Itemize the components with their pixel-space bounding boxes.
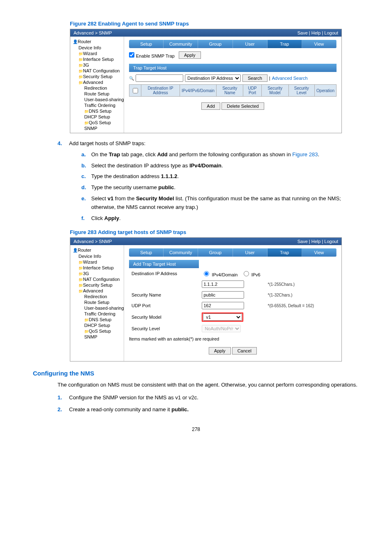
tab-user[interactable]: User — [233, 248, 267, 257]
add-button[interactable]: Add — [201, 102, 220, 110]
sidebar-sub-traffic[interactable]: Traffic Ordering — [70, 311, 124, 317]
tab-row: Setup Community Group User Trap View — [129, 40, 337, 48]
step-4-num: 4. — [58, 139, 69, 225]
sidebar-item-3g[interactable]: 3G — [70, 271, 124, 276]
search-input[interactable] — [136, 74, 183, 82]
search-icon — [129, 76, 134, 81]
cancel-button[interactable]: Cancel — [232, 347, 257, 355]
panel-header: Trap Target Host — [129, 64, 337, 72]
destip-input[interactable] — [202, 280, 244, 288]
sidebar-sub-dns[interactable]: DNS Setup — [70, 317, 124, 322]
delete-selected-button[interactable]: Delete Selected — [221, 102, 264, 110]
apply-button[interactable]: Apply — [179, 51, 201, 59]
udp-input[interactable] — [202, 302, 244, 309]
sidebar-item-wizard[interactable]: Wizard — [70, 259, 124, 265]
apply-button[interactable]: Apply — [209, 347, 231, 355]
sidebar-item-advanced[interactable]: Advanced — [70, 288, 124, 294]
sidebar-item-wizard[interactable]: Wizard — [70, 51, 124, 56]
sidebar-sub-traffic[interactable]: Traffic Ordering — [70, 102, 124, 108]
sub-c: c. — [81, 172, 91, 181]
sidebar-sub-qos[interactable]: QoS Setup — [70, 120, 124, 125]
tab-user[interactable]: User — [233, 40, 267, 48]
figure-283-title: Figure 283 Adding target hosts of SNMP t… — [70, 229, 359, 235]
label-destip: Destination IP Address — [129, 268, 199, 279]
radio-ipv6[interactable]: IPv6 — [242, 272, 261, 277]
sidebar-sub-redirection[interactable]: Redirection — [70, 294, 124, 299]
th-op: Operation — [315, 85, 337, 97]
nms-intro: The configuration on NMS must be consist… — [58, 381, 359, 389]
tab-view[interactable]: View — [302, 248, 337, 257]
folder-icon — [78, 288, 83, 293]
select-all-checkbox[interactable] — [133, 88, 138, 93]
nms-step-2-text: Create a read-only community and name it… — [69, 406, 189, 414]
tab-group[interactable]: Group — [198, 248, 233, 257]
tree-root[interactable]: Router — [70, 247, 124, 253]
sidebar-sub-dns[interactable]: DNS Setup — [70, 108, 124, 114]
enable-snmp-trap-label[interactable]: Enable SNMP Trap — [129, 52, 175, 58]
tab-trap[interactable]: Trap — [267, 248, 302, 257]
radio-ipv4[interactable]: IPv4/Domain — [202, 272, 238, 277]
sidebar-sub-dhcp[interactable]: DHCP Setup — [70, 322, 124, 328]
folder-icon — [78, 283, 83, 287]
sidebar-item-interface[interactable]: Interface Setup — [70, 56, 124, 62]
sidebar-sub-snmp[interactable]: SNMP — [70, 334, 124, 340]
nms-step-1-num: 1. — [58, 394, 69, 402]
search-button[interactable]: Search — [242, 74, 267, 82]
sub-e: e. — [81, 195, 91, 212]
nms-step-1-text: Configure the SNMP version for the NMS a… — [69, 394, 198, 402]
level-select: NoAuth/NoPriv — [202, 325, 241, 332]
sidebar-sub-route[interactable]: Route Setup — [70, 299, 124, 305]
th-check[interactable] — [129, 85, 141, 97]
model-select[interactable]: v1 — [203, 313, 242, 321]
secname-hint: *(1-32Chars.) — [265, 290, 337, 300]
label-udp: UDP Port — [129, 300, 199, 311]
tab-view[interactable]: View — [302, 40, 337, 48]
label-secname: Security Name — [129, 290, 199, 300]
ss-header: Advanced > SNMP Save | Help | Logout — [70, 29, 341, 37]
sidebar: Router Device Info Wizard Interface Setu… — [70, 245, 124, 361]
sidebar-item-device-info[interactable]: Device Info — [70, 253, 124, 259]
breadcrumb: Advanced > SNMP — [74, 30, 112, 35]
sidebar-sub-route[interactable]: Route Setup — [70, 91, 124, 97]
sidebar-sub-dhcp[interactable]: DHCP Setup — [70, 114, 124, 120]
folder-icon — [78, 80, 83, 85]
sidebar-item-security[interactable]: Security Setup — [70, 282, 124, 288]
tab-group[interactable]: Group — [198, 40, 233, 48]
destip-hint: *(1-255Chars.) — [265, 279, 337, 290]
sidebar-item-nat[interactable]: NAT Configuration — [70, 276, 124, 282]
header-links[interactable]: Save | Help | Logout — [297, 30, 338, 35]
folder-icon — [78, 68, 83, 73]
sub-d: d. — [81, 183, 91, 192]
sidebar-sub-qos[interactable]: QoS Setup — [70, 328, 124, 334]
tab-setup[interactable]: Setup — [129, 40, 164, 48]
screenshot-282: Advanced > SNMP Save | Help | Logout Rou… — [70, 29, 342, 133]
secname-input[interactable] — [202, 291, 244, 299]
folder-icon — [78, 51, 83, 56]
th-udp: UDP Port — [243, 85, 261, 97]
tab-community[interactable]: Community — [164, 40, 198, 48]
sidebar-item-nat[interactable]: NAT Configuration — [70, 68, 124, 74]
th-model: Security Model — [261, 85, 288, 97]
panel-header: Add Trap Target Host — [129, 260, 199, 268]
header-links[interactable]: Save | Help | Logout — [297, 239, 338, 244]
enable-snmp-trap-checkbox[interactable] — [129, 52, 134, 58]
tree-root[interactable]: Router — [70, 38, 124, 45]
sidebar-sub-usershare[interactable]: User-based-sharing — [70, 305, 124, 311]
advanced-search-link[interactable]: Advanced Search — [272, 76, 308, 81]
sidebar-sub-snmp[interactable]: SNMP — [70, 125, 124, 131]
folder-icon — [84, 317, 89, 322]
sidebar-item-advanced[interactable]: Advanced — [70, 79, 124, 85]
figure-283-link[interactable]: Figure 283 — [292, 151, 318, 158]
tab-trap[interactable]: Trap — [267, 40, 302, 48]
trap-table: Destination IP Address IPv4/IPv6/Domain … — [129, 84, 337, 97]
label-level: Security Level — [129, 323, 199, 334]
sidebar-item-3g[interactable]: 3G — [70, 62, 124, 68]
sidebar-sub-redirection[interactable]: Redirection — [70, 85, 124, 91]
tab-setup[interactable]: Setup — [129, 248, 164, 257]
search-field-select[interactable]: Destination IP Address — [185, 74, 241, 82]
sidebar-item-interface[interactable]: Interface Setup — [70, 265, 124, 271]
tab-community[interactable]: Community — [164, 248, 198, 257]
sidebar-item-device-info[interactable]: Device Info — [70, 45, 124, 51]
sidebar-item-security[interactable]: Security Setup — [70, 74, 124, 79]
sidebar-sub-usershare[interactable]: User-based-sharing — [70, 97, 124, 102]
